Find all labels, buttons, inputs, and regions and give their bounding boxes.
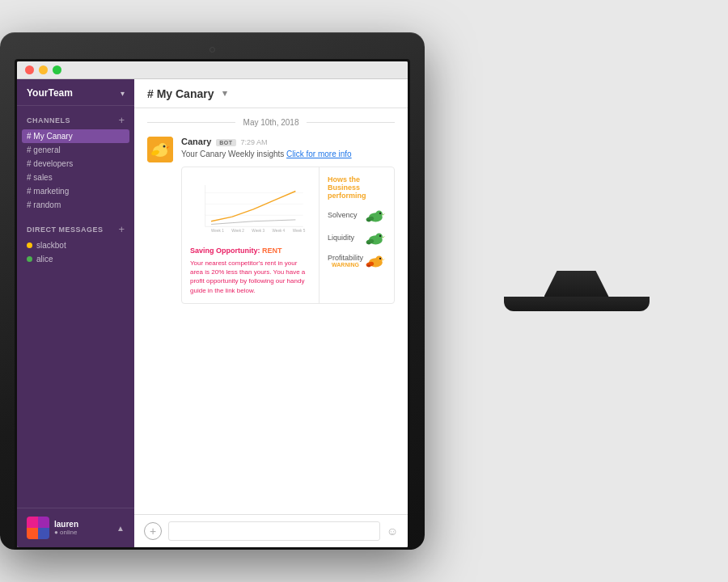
- monitor-stand: [425, 271, 728, 311]
- svg-text:Week 2: Week 2: [231, 229, 244, 233]
- channel-random-label: # random: [27, 200, 61, 209]
- svg-point-23: [375, 233, 382, 239]
- channel-header: # My Canary ▾: [134, 79, 408, 108]
- svg-marker-25: [383, 236, 386, 238]
- maximize-button[interactable]: [53, 65, 61, 74]
- message-input-area: + ☺: [134, 514, 408, 547]
- team-name: YourTeam: [27, 87, 73, 99]
- channel-item-marketing[interactable]: # marketing: [17, 184, 134, 198]
- webcam: [210, 47, 215, 53]
- metric-profitability: Profitability WARNING: [328, 251, 386, 269]
- channel-item-random[interactable]: # random: [17, 198, 134, 212]
- add-attachment-button[interactable]: +: [144, 522, 162, 540]
- card-right: Hows the Business performing Solvency: [320, 167, 394, 303]
- message-time: 7:29 AM: [241, 138, 268, 146]
- metric-solvency-name: Solvency: [328, 211, 358, 219]
- team-chevron-icon: ▾: [121, 89, 125, 98]
- saving-highlight: RENT: [262, 247, 282, 255]
- channel-my-canary-label: # My Canary: [27, 132, 73, 141]
- dm-section-header: DIRECT MESSAGES +: [17, 221, 134, 237]
- screen-bezel: YourTeam ▾ CHANNELS + # My Canary: [15, 59, 410, 550]
- svg-point-29: [375, 255, 382, 262]
- plus-icon: +: [150, 525, 156, 538]
- message-canary: Canary BOT 7:29 AM Your Canary Weekly in…: [147, 137, 395, 304]
- date-divider: May 10th, 2018: [147, 118, 395, 127]
- svg-point-27: [367, 242, 370, 245]
- dm-slackbot-label: slackbot: [36, 241, 66, 250]
- message-link[interactable]: Click for more info: [286, 150, 352, 158]
- bot-badge: BOT: [216, 139, 235, 146]
- channel-dropdown-icon[interactable]: ▾: [222, 88, 227, 99]
- chart-area: Week 1 Week 2 Week 3 Week 4 Week 5: [190, 175, 311, 240]
- screen: YourTeam ▾ CHANNELS + # My Canary: [17, 61, 408, 547]
- svg-point-3: [163, 146, 166, 148]
- channel-developers-label: # developers: [27, 159, 73, 168]
- warning-text: WARNING: [332, 262, 359, 268]
- profitability-warning: Profitability WARNING: [328, 254, 363, 268]
- avatar: [27, 517, 49, 539]
- channel-sales-label: # sales: [27, 173, 53, 182]
- message-text: Your Canary Weekly insights Click for mo…: [181, 149, 395, 160]
- metrics-title: Hows the Business performing: [328, 175, 386, 200]
- svg-point-2: [159, 143, 167, 151]
- channel-marketing-label: # marketing: [27, 187, 69, 196]
- user-details: lauren ● online: [54, 520, 78, 536]
- svg-text:Week 1: Week 1: [211, 229, 224, 233]
- profitability-bird-icon: [363, 251, 386, 269]
- canary-avatar: [147, 137, 173, 162]
- user-status: ● online: [54, 529, 78, 536]
- metric-profitability-name: Profitability: [328, 254, 363, 262]
- close-button[interactable]: [25, 65, 34, 74]
- channel-general-label: # general: [27, 146, 61, 154]
- minimize-button[interactable]: [39, 65, 48, 74]
- solvency-bird-icon: [363, 206, 386, 224]
- svg-text:Week 5: Week 5: [293, 229, 306, 233]
- saving-label: Saving Opportunity: RENT: [190, 247, 311, 255]
- svg-point-33: [367, 265, 370, 268]
- user-profile-section[interactable]: lauren ● online ▲: [17, 508, 134, 547]
- date-line-right: [307, 122, 395, 123]
- card-left: Week 1 Week 2 Week 3 Week 4 Week 5: [182, 167, 320, 303]
- svg-marker-19: [383, 213, 386, 216]
- svg-point-18: [379, 213, 381, 214]
- svg-point-17: [375, 210, 382, 217]
- add-channel-icon[interactable]: +: [118, 114, 125, 126]
- title-bar: [17, 61, 408, 79]
- liquidity-bird-icon: [363, 229, 386, 247]
- stand-base: [504, 297, 650, 311]
- message-header: Canary BOT 7:29 AM: [181, 137, 395, 146]
- metric-solvency: Solvency: [328, 206, 386, 224]
- stand-neck: [544, 271, 609, 297]
- user-caret-icon: ▲: [116, 524, 125, 533]
- channels-label: CHANNELS: [27, 116, 70, 124]
- dm-section: DIRECT MESSAGES + slackbot alice: [17, 215, 134, 269]
- app-layout: YourTeam ▾ CHANNELS + # My Canary: [17, 79, 408, 547]
- channels-section-header: CHANNELS +: [17, 112, 134, 128]
- messages-area: May 10th, 2018: [134, 108, 408, 514]
- channel-item-sales[interactable]: # sales: [17, 171, 134, 184]
- message-sender: Canary: [181, 137, 211, 146]
- user-info: lauren ● online: [27, 517, 78, 539]
- date-line-left: [147, 122, 235, 123]
- emoji-icon[interactable]: ☺: [387, 525, 398, 538]
- dm-alice-label: alice: [36, 255, 53, 264]
- team-header[interactable]: YourTeam ▾: [17, 79, 134, 106]
- channel-item-my-canary[interactable]: # My Canary: [22, 129, 129, 143]
- metric-liquidity-name: Liquidity: [328, 234, 354, 242]
- chart-svg: Week 1 Week 2 Week 3 Week 4 Week 5: [190, 175, 311, 240]
- message-input[interactable]: [168, 521, 380, 541]
- slackbot-status-dot: [27, 242, 32, 248]
- channel-item-developers[interactable]: # developers: [17, 157, 134, 171]
- dm-item-slackbot[interactable]: slackbot: [17, 238, 134, 252]
- date-text: May 10th, 2018: [243, 118, 299, 127]
- svg-marker-31: [383, 259, 386, 261]
- card-description: Your nearest competitor's rent in your a…: [190, 259, 311, 295]
- add-dm-icon[interactable]: +: [118, 223, 125, 235]
- channels-section: CHANNELS + # My Canary # general # devel…: [17, 106, 134, 215]
- dm-label: DIRECT MESSAGES: [27, 226, 104, 234]
- svg-point-30: [379, 258, 381, 259]
- dm-item-alice[interactable]: alice: [17, 252, 134, 266]
- metric-liquidity: Liquidity: [328, 229, 386, 247]
- channel-item-general[interactable]: # general: [17, 143, 134, 157]
- user-name: lauren: [54, 520, 78, 529]
